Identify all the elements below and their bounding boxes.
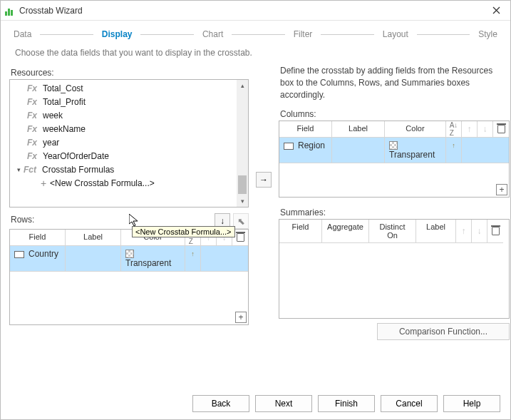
rows-add-button[interactable]: + bbox=[235, 312, 247, 323]
fx-icon: Fx bbox=[27, 151, 43, 161]
cols-add-button[interactable]: + bbox=[496, 184, 507, 195]
trash-icon bbox=[237, 233, 244, 242]
transparent-swatch-icon bbox=[389, 141, 398, 150]
rows-grid: Field Label Color A↓Z ↑ ↓ Country Transp… bbox=[9, 229, 249, 325]
resource-item[interactable]: FxYearOfOrderDate bbox=[13, 149, 248, 163]
plus-icon: + bbox=[499, 185, 504, 195]
scroll-down-icon[interactable]: ▾ bbox=[237, 195, 248, 207]
cols-moveup-button[interactable]: ↑ bbox=[462, 121, 478, 138]
sort-asc-icon[interactable]: ↑ bbox=[452, 142, 455, 149]
trash-icon bbox=[497, 125, 505, 133]
resource-item[interactable]: Fxyear bbox=[13, 135, 248, 149]
resource-group[interactable]: ▾FctCrosstab Formulas bbox=[13, 163, 248, 176]
fct-icon: Fct bbox=[24, 165, 42, 175]
columns-label: Columns: bbox=[280, 109, 510, 119]
fx-icon: Fx bbox=[27, 83, 43, 93]
sort-icon: A↓Z bbox=[450, 121, 458, 137]
resources-label: Resources: bbox=[11, 68, 249, 78]
resource-item[interactable]: FxTotal_Cost bbox=[13, 81, 248, 95]
wizard-tabs: Data Display Chart Filter Layout Style bbox=[1, 21, 510, 45]
rows-label: Rows: bbox=[11, 215, 210, 225]
sum-movedown-button[interactable]: ↓ bbox=[472, 220, 487, 243]
cols-delete-button[interactable] bbox=[493, 121, 509, 138]
tab-chart[interactable]: Chart bbox=[201, 28, 224, 41]
arrow-up-icon: ↑ bbox=[468, 124, 472, 134]
remove-row-button[interactable]: ⬉ bbox=[233, 213, 249, 229]
chevron-down-icon: ▾ bbox=[17, 166, 21, 173]
rows-header-label[interactable]: Label bbox=[66, 230, 121, 246]
arrow-down-icon: ↓ bbox=[478, 226, 482, 236]
finish-button[interactable]: Finish bbox=[318, 395, 375, 412]
arrow-down-icon: ↓ bbox=[483, 124, 487, 134]
cols-header-color[interactable]: Color bbox=[385, 121, 446, 138]
resources-scrollbar[interactable]: ▴ ▾ bbox=[237, 80, 248, 207]
sum-header-aggregate[interactable]: Aggregate bbox=[322, 220, 369, 243]
new-crosstab-formula[interactable]: +<New Crosstab Formula...> bbox=[13, 176, 248, 190]
sum-header-label[interactable]: Label bbox=[416, 220, 456, 243]
close-button[interactable] bbox=[486, 1, 506, 21]
sum-header-distinct[interactable]: Distinct On bbox=[369, 220, 416, 243]
arrow-up-icon: ↑ bbox=[462, 226, 466, 236]
arrow-up-remove-icon: ⬉ bbox=[237, 216, 245, 227]
info-text: Define the crosstab by adding fields fro… bbox=[279, 65, 510, 106]
fx-icon: Fx bbox=[27, 111, 43, 121]
fx-icon: Fx bbox=[27, 138, 43, 148]
field-icon bbox=[14, 251, 24, 258]
tooltip: <New Crosstab Formula...> bbox=[132, 226, 235, 237]
sum-delete-button[interactable] bbox=[487, 220, 503, 243]
resources-tree[interactable]: FxTotal_Cost FxTotal_Profit Fxweek Fxwee… bbox=[9, 79, 249, 208]
tab-style[interactable]: Style bbox=[477, 28, 499, 41]
wizard-footer: Back Next Finish Cancel Help bbox=[192, 395, 500, 412]
cols-header-label[interactable]: Label bbox=[332, 121, 385, 138]
rows-row[interactable]: Country Transparent ↑ bbox=[10, 246, 248, 272]
field-icon bbox=[284, 143, 294, 150]
back-button[interactable]: Back bbox=[192, 395, 249, 412]
help-button[interactable]: Help bbox=[443, 395, 500, 412]
titlebar: Crosstab Wizard bbox=[1, 1, 510, 21]
cancel-button[interactable]: Cancel bbox=[381, 395, 438, 412]
summaries-label: Summaries: bbox=[280, 208, 510, 217]
window-title: Crosstab Wizard bbox=[19, 6, 486, 16]
summaries-empty bbox=[279, 243, 509, 259]
app-logo-icon bbox=[5, 6, 15, 16]
move-right-button[interactable]: → bbox=[256, 172, 272, 188]
arrow-right-icon: → bbox=[259, 175, 268, 185]
scroll-thumb[interactable] bbox=[238, 175, 247, 194]
sum-header-field[interactable]: Field bbox=[279, 220, 322, 243]
resource-item[interactable]: FxweekName bbox=[13, 122, 248, 135]
tab-filter[interactable]: Filter bbox=[292, 28, 314, 41]
resource-item[interactable]: FxTotal_Profit bbox=[13, 95, 248, 108]
plus-icon: + bbox=[238, 312, 243, 322]
tab-data[interactable]: Data bbox=[12, 28, 33, 41]
cols-header-field[interactable]: Field bbox=[279, 121, 332, 138]
resource-item[interactable]: Fxweek bbox=[13, 108, 248, 122]
columns-grid: Field Label Color A↓Z ↑ ↓ Region Transpa… bbox=[279, 121, 510, 198]
tab-display[interactable]: Display bbox=[100, 28, 134, 41]
cols-row[interactable]: Region Transparent ↑ bbox=[279, 138, 509, 163]
cols-movedown-button[interactable]: ↓ bbox=[478, 121, 493, 138]
page-subtitle: Choose the data fields that you want to … bbox=[1, 45, 510, 65]
comparison-function-button[interactable]: Comparison Function... bbox=[377, 323, 510, 340]
summaries-grid: Field Aggregate Distinct On Label ↑ ↓ bbox=[279, 219, 510, 319]
plus-icon: + bbox=[37, 178, 50, 189]
close-icon bbox=[492, 6, 500, 14]
rows-header-field[interactable]: Field bbox=[10, 230, 66, 246]
arrow-down-icon: ↓ bbox=[220, 216, 224, 226]
sum-moveup-button[interactable]: ↑ bbox=[456, 220, 472, 243]
next-button[interactable]: Next bbox=[255, 395, 312, 412]
fx-icon: Fx bbox=[27, 124, 43, 134]
transparent-swatch-icon bbox=[125, 250, 134, 258]
scroll-up-icon[interactable]: ▴ bbox=[237, 80, 248, 91]
tab-layout[interactable]: Layout bbox=[381, 28, 410, 41]
cols-sort-button[interactable]: A↓Z bbox=[446, 121, 462, 138]
fx-icon: Fx bbox=[27, 97, 43, 107]
trash-icon bbox=[492, 227, 500, 235]
sort-asc-icon[interactable]: ↑ bbox=[191, 250, 195, 257]
